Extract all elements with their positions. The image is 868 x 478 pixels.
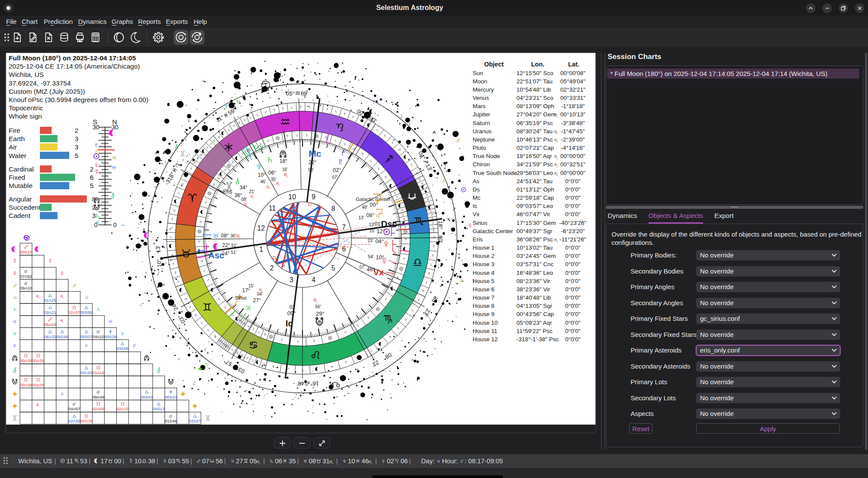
svg-text:0°0'0": 0°0'0"	[565, 286, 581, 293]
svg-text:02A30: 02A30	[68, 419, 80, 423]
svg-text:05°09'23" Aqr: 05°09'23" Aqr	[516, 320, 552, 326]
svg-text:♂: ♂	[402, 256, 405, 261]
svg-text:00A29: 00A29	[32, 358, 44, 363]
svg-text:House 11: House 11	[473, 328, 497, 334]
svg-text:♃: ♃	[436, 458, 441, 465]
svg-text:0°0'0": 0°0'0"	[565, 261, 581, 267]
svg-text:Fixed: Fixed	[9, 174, 25, 181]
svg-text:03°24'45" Gem: 03°24'45" Gem	[516, 253, 556, 259]
svg-text:x: x	[239, 237, 240, 240]
svg-text:♂: ♂	[204, 200, 207, 205]
svg-text:12°: 12°	[377, 228, 385, 234]
svg-text:21': 21'	[249, 189, 255, 194]
svg-text:♄: ♄	[430, 262, 433, 267]
svg-text:Succedent: Succedent	[9, 204, 41, 211]
svg-text:♀: ♀	[425, 280, 428, 285]
svg-text:0°0'0": 0°0'0"	[565, 211, 581, 218]
svg-text:♃: ♃	[203, 360, 209, 369]
svg-text:Custom (MtZ (July 2025)): Custom (MtZ (July 2025))	[9, 88, 85, 95]
svg-text:x: x	[557, 165, 558, 168]
svg-text:-3°38'48": -3°38'48"	[561, 120, 585, 126]
svg-text:01A25: 01A25	[44, 298, 56, 303]
svg-text:♄: ♄	[95, 305, 101, 313]
svg-text:|: |	[297, 457, 299, 465]
svg-text:|: |	[89, 457, 91, 465]
svg-text:x: x	[62, 321, 63, 323]
svg-text:16°: 16°	[310, 380, 319, 387]
svg-text:0°0'0": 0°0'0"	[565, 203, 581, 209]
svg-text:♃: ♃	[84, 293, 89, 302]
svg-text:02°32'21": 02°32'21"	[560, 86, 585, 93]
svg-text:18°: 18°	[437, 221, 444, 229]
svg-text:54': 54'	[368, 254, 374, 259]
svg-text:♀: ♀	[171, 216, 174, 221]
svg-text:34°: 34°	[240, 185, 247, 191]
svg-text:♀: ♀	[397, 326, 400, 331]
svg-text:|: |	[336, 457, 338, 465]
svg-text:|: |	[123, 457, 125, 465]
svg-text:46: 46	[362, 457, 369, 465]
svg-text:02A21: 02A21	[44, 310, 56, 315]
svg-text:05: 05	[250, 457, 257, 465]
svg-text:22°: 22°	[222, 242, 230, 248]
svg-text:♃: ♃	[458, 276, 464, 284]
svg-text:♀: ♀	[467, 221, 473, 230]
svg-text:♄: ♄	[251, 357, 254, 363]
svg-text:0°0'0": 0°0'0"	[565, 278, 581, 284]
svg-text:Mc: Mc	[473, 194, 480, 201]
svg-text:♄: ♄	[206, 145, 209, 150]
svg-text:|: |	[263, 457, 265, 465]
svg-text:☿: ☿	[432, 244, 435, 249]
svg-text:♃: ♃	[243, 301, 252, 314]
svg-text:x: x	[259, 462, 260, 465]
svg-text:x: x	[557, 174, 558, 176]
svg-text:♄: ♄	[370, 348, 373, 353]
svg-text:05S07: 05S07	[80, 334, 92, 339]
svg-text:10°46'13" Psc: 10°46'13" Psc	[516, 136, 553, 143]
svg-text:☿: ☿	[128, 457, 134, 465]
svg-text:00A29: 00A29	[32, 382, 44, 387]
svg-text:☿: ☿	[231, 159, 234, 165]
svg-text:1: 1	[259, 246, 263, 253]
svg-text:00°00'00": 00°00'00"	[560, 170, 585, 176]
svg-text:49': 49'	[362, 205, 368, 210]
svg-text:♄: ♄	[200, 320, 204, 325]
svg-text:10°54'48" Lib: 10°54'48" Lib	[516, 86, 551, 93]
svg-text:House 2: House 2	[473, 253, 494, 259]
svg-text:♄: ♄	[256, 112, 259, 117]
svg-text:Chiron: Chiron	[473, 161, 490, 168]
svg-text:♂: ♂	[72, 281, 77, 290]
svg-text:Lon.: Lon.	[531, 61, 545, 68]
svg-text:♃: ♃	[230, 457, 235, 465]
svg-text:Cadent: Cadent	[9, 212, 31, 219]
svg-text:♄: ♄	[356, 323, 360, 328]
svg-text:0°0'0": 0°0'0"	[565, 303, 581, 309]
svg-text:♆: ♆	[12, 330, 18, 338]
svg-text:House 12: House 12	[473, 336, 498, 343]
svg-text:♀: ♀	[162, 457, 168, 465]
svg-text:☿: ☿	[263, 332, 267, 337]
svg-text:♄: ♄	[169, 234, 173, 239]
svg-text:Vx: Vx	[473, 211, 480, 218]
svg-text:♂: ♂	[196, 457, 201, 465]
svg-text:♅: ♅	[212, 229, 220, 241]
svg-text:27: 27	[236, 457, 243, 465]
svg-text:♂: ♂	[375, 208, 383, 221]
svg-text:51': 51'	[231, 243, 237, 248]
svg-text:☿: ☿	[194, 313, 197, 318]
svg-text:Knouf oPsc (30.5994 degrees of: Knouf oPsc (30.5994 degrees offset from …	[9, 96, 148, 103]
svg-text:x: x	[557, 157, 558, 160]
svg-text:18°: 18°	[279, 158, 287, 164]
svg-text:46°07'47" Vir: 46°07'47" Vir	[516, 211, 550, 218]
svg-text:Earth: Earth	[9, 135, 25, 142]
svg-text:01A16: 01A16	[92, 370, 104, 375]
svg-text:11°59'22" Psc: 11°59'22" Psc	[516, 328, 552, 334]
svg-text:08°30'24" Tau: 08°30'24" Tau	[516, 128, 552, 135]
svg-text:☿: ☿	[299, 104, 302, 109]
svg-text:♂: ♂	[246, 355, 249, 360]
svg-text:10°13'02" Tau: 10°13'02" Tau	[516, 244, 552, 251]
svg-text:☿: ☿	[243, 321, 247, 326]
svg-text:9: 9	[312, 193, 316, 201]
svg-text:♀: ♀	[196, 156, 200, 161]
svg-text:8: 8	[331, 205, 335, 212]
